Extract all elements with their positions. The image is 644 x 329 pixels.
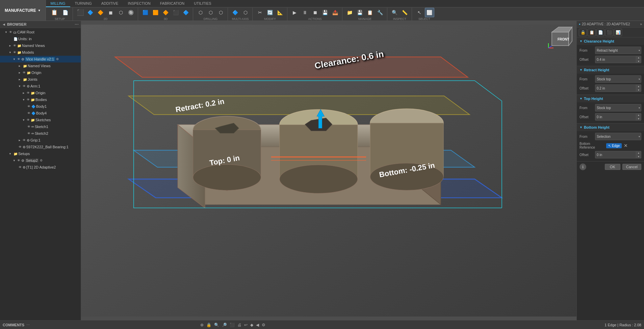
tree-item-vice-handle[interactable]: ▼ 👁 ⚙ Vice Handle v2:1 ⚙ [0, 56, 81, 62]
save-toolpath-button[interactable]: 💾 [320, 8, 330, 17]
bodies-eye-icon[interactable]: 👁 [27, 98, 30, 101]
sketches-eye-icon[interactable]: 👁 [27, 118, 30, 122]
manufacture-button[interactable]: MANUFACTURE ▼ [0, 0, 46, 21]
drilling-button[interactable]: ⬡ [196, 8, 205, 17]
manage-4-button[interactable]: 🔧 [376, 8, 385, 17]
3d-adaptive-button[interactable]: 🟦 [141, 8, 150, 17]
clearance-offset-down[interactable]: ▼ [636, 59, 641, 63]
top-height-header[interactable]: ▼ Top Height [577, 95, 644, 102]
clearance-offset-input[interactable]: ▲ ▼ [595, 56, 641, 63]
clearance-offset-value[interactable] [595, 57, 636, 62]
bottom-offset-up[interactable]: ▲ [636, 151, 641, 155]
bottom-icon-4[interactable]: 🔎 [222, 323, 227, 327]
bottom-offset-down[interactable]: ▼ [636, 155, 641, 158]
arm1-eye-icon[interactable]: 👁 [23, 84, 26, 88]
top-offset-input[interactable]: ▲ ▼ [595, 113, 641, 121]
bottom-icon-9[interactable]: ◀ [256, 323, 259, 327]
panel-tool-5-button[interactable]: 📊 [614, 29, 622, 36]
bottom-bar-expand-icon[interactable]: ⋯ [26, 323, 30, 327]
manage-3-button[interactable]: 📋 [365, 8, 375, 17]
tree-item-origin2[interactable]: ► 👁 📁 Origin [0, 90, 81, 96]
bottom-icon-5[interactable]: ⬛ [230, 323, 235, 327]
models-eye-icon[interactable]: 👁 [13, 51, 16, 54]
retract-offset-down[interactable]: ▼ [636, 88, 641, 92]
sketch1-eye-icon[interactable]: 👁 [27, 125, 30, 128]
ok-button[interactable]: OK [605, 164, 620, 170]
select-2-button[interactable]: ⬜ [425, 8, 434, 17]
simulate-button[interactable]: ▶ [290, 8, 300, 17]
bottom-icon-2[interactable]: 🔒 [206, 323, 211, 327]
bottom-icon-7[interactable]: ↩ [244, 323, 248, 327]
2d-slot-button[interactable]: 🔘 [126, 8, 136, 17]
bottom-icon-3[interactable]: 🔍 [214, 323, 219, 327]
clear-edge-button[interactable]: ✕ [623, 143, 628, 148]
tree-item-t1-2d-adaptive[interactable]: 👁 ⚙ [T1] 2D Adaptive2 [0, 164, 81, 171]
retract-from-select[interactable]: Stock top Model top Absolute [595, 75, 641, 83]
export-button[interactable]: 📤 [331, 8, 340, 17]
named-views-eye-icon[interactable]: 👁 [13, 44, 16, 47]
manage-1-button[interactable]: 📁 [345, 8, 355, 17]
retract-height-header[interactable]: ▼ Retract Height [577, 66, 644, 74]
tree-item-arm1[interactable]: ▼ 👁 ⚙ Arm:1 [0, 83, 81, 90]
threading-button[interactable]: ⬡ [216, 8, 226, 17]
setup2-eye-icon[interactable]: 👁 [17, 159, 20, 162]
tree-item-units[interactable]: 📄 Units: in [0, 35, 81, 42]
panel-expand-icon[interactable]: » [640, 22, 642, 26]
body4-eye-icon[interactable]: 👁 [27, 111, 30, 115]
nav-cube[interactable]: FRONT [547, 24, 574, 51]
3d-other-button[interactable]: 🔷 [181, 8, 191, 17]
vice-handle-eye-icon[interactable]: 👁 [17, 57, 20, 61]
top-offset-up[interactable]: ▲ [636, 113, 641, 117]
2d-face-button[interactable]: ◼ [106, 8, 115, 17]
tree-item-grip1[interactable]: ► 👁 ⚙ Grip:1 [0, 137, 81, 144]
clearance-from-select[interactable]: Retract height Model top Stock top Absol… [595, 47, 641, 54]
bottom-height-header[interactable]: ▼ Bottom Height [577, 124, 644, 131]
top-offset-down[interactable]: ▼ [636, 117, 641, 121]
inspect-2-button[interactable]: 📏 [400, 8, 410, 17]
setup-stock-button[interactable]: 📄 [60, 8, 71, 17]
top-offset-value[interactable] [595, 115, 636, 120]
tree-item-joints[interactable]: ► 📁 Joints [0, 76, 81, 83]
tab-inspection[interactable]: INSPECTION [123, 0, 155, 7]
2d-pocket-button[interactable]: 🔶 [96, 8, 105, 17]
modify-2-button[interactable]: 🔄 [265, 8, 275, 17]
multiaxis-2-button[interactable]: ⬡ [241, 8, 250, 17]
tree-item-sketches[interactable]: ▼ 👁 📁 Sketches [0, 117, 81, 123]
browser-expand-icon[interactable]: ⋯ [75, 22, 79, 27]
panel-tool-4-button[interactable]: ⬛ [605, 29, 613, 36]
cancel-button[interactable]: Cancel [622, 164, 641, 170]
tree-item-setup2[interactable]: ▼ 👁 ⚙ Setup2 ⚙ [0, 157, 81, 164]
origin-eye-icon[interactable]: 👁 [23, 71, 26, 74]
bottom-offset-value[interactable] [595, 152, 636, 157]
3d-contour-button[interactable]: 🟧 [151, 8, 160, 17]
origin2-eye-icon[interactable]: 👁 [27, 91, 30, 95]
tab-fabrication[interactable]: FABRICATION [155, 0, 189, 7]
tree-item-ball-bearing[interactable]: 👁 ⚙ 5972K222_Ball Bearing:1 [0, 144, 81, 150]
setup-new-button[interactable]: 📋 [49, 8, 59, 17]
panel-tool-1-button[interactable]: 🔒 [579, 29, 587, 36]
bottom-offset-input[interactable]: ▲ ▼ [595, 151, 641, 158]
2d-bore-button[interactable]: ⬡ [116, 8, 126, 17]
nc-program-button[interactable]: ⏹ [310, 8, 320, 17]
post-button[interactable]: ⏸ [300, 8, 310, 17]
tree-item-named-views-2[interactable]: ► 📁 Named Views [0, 62, 81, 69]
tab-additive[interactable]: ADDITIVE [97, 0, 123, 7]
inspect-1-button[interactable]: 🔍 [390, 8, 400, 17]
tree-item-body4[interactable]: 👁 🔷 Body4 [0, 110, 81, 117]
ball-bearing-eye-icon[interactable]: 👁 [19, 145, 22, 149]
multiaxis-1-button[interactable]: 🔷 [231, 8, 240, 17]
tree-item-named-views[interactable]: ► 👁 📁 Named Views [0, 42, 81, 49]
tree-item-cam-root[interactable]: ▼ 👁 🗂 CAM Root [0, 29, 81, 35]
3d-pocket-button[interactable]: 🔶 [161, 8, 171, 17]
bottom-from-select[interactable]: Selection Model bottom Stock bottom Abso… [595, 133, 641, 140]
modify-3-button[interactable]: 📐 [276, 8, 285, 17]
grip1-eye-icon[interactable]: 👁 [23, 138, 26, 142]
3d-parallel-button[interactable]: ⬛ [171, 8, 181, 17]
retract-offset-input[interactable]: ▲ ▼ [595, 84, 641, 92]
tree-item-origin[interactable]: ► 👁 📁 Origin [0, 69, 81, 76]
bottom-icon-6[interactable]: 🖨 [237, 323, 241, 327]
panel-tool-3-button[interactable]: 📄 [596, 29, 604, 36]
tree-item-body1[interactable]: 👁 🔷 Body1 [0, 103, 81, 110]
tab-turning[interactable]: TURNING [70, 0, 97, 7]
tree-item-sketch1[interactable]: 👁 ✏ Sketch1 [0, 123, 81, 130]
